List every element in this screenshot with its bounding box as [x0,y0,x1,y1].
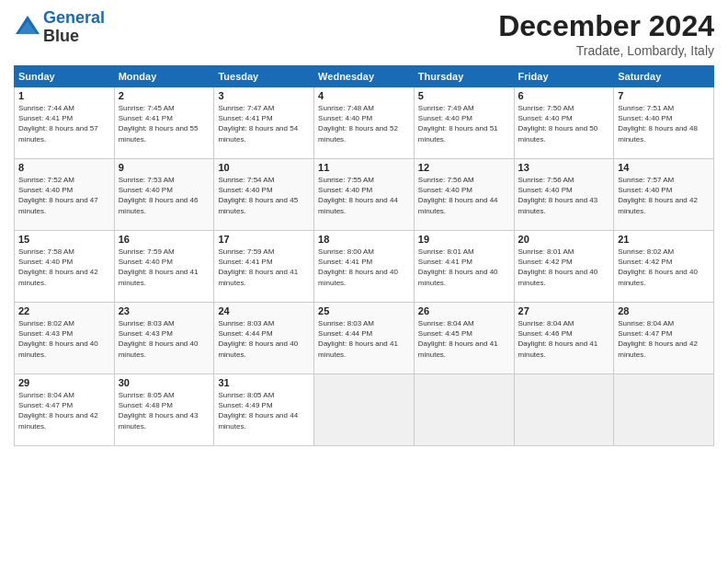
calendar-week-5: 29Sunrise: 8:04 AMSunset: 4:47 PMDayligh… [15,374,714,446]
title-block: December 2024 Tradate, Lombardy, Italy [498,9,714,58]
cell-info: Sunrise: 7:57 AMSunset: 4:40 PMDaylight:… [618,175,710,216]
cell-info: Sunrise: 7:56 AMSunset: 4:40 PMDaylight:… [418,175,510,216]
calendar-week-4: 22Sunrise: 8:02 AMSunset: 4:43 PMDayligh… [15,303,714,374]
cell-info: Sunrise: 8:03 AMSunset: 4:44 PMDaylight:… [218,318,310,360]
day-number: 1 [18,90,110,101]
day-number: 15 [18,234,110,245]
calendar-cell: 10Sunrise: 7:54 AMSunset: 4:40 PMDayligh… [214,159,314,231]
calendar-cell: 11Sunrise: 7:55 AMSunset: 4:40 PMDayligh… [314,159,415,231]
cell-info: Sunrise: 7:58 AMSunset: 4:40 PMDaylight:… [18,247,110,288]
calendar-week-2: 8Sunrise: 7:52 AMSunset: 4:40 PMDaylight… [15,159,714,231]
day-number: 19 [418,234,510,245]
day-number: 7 [618,90,710,101]
calendar-table: SundayMondayTuesdayWednesdayThursdayFrid… [14,65,714,446]
cell-info: Sunrise: 8:05 AMSunset: 4:48 PMDaylight:… [119,390,210,431]
calendar-cell: 12Sunrise: 7:56 AMSunset: 4:40 PMDayligh… [414,159,514,231]
col-header-saturday: Saturday [614,66,714,87]
day-number: 18 [318,234,410,245]
day-number: 11 [318,162,410,173]
calendar-cell: 18Sunrise: 8:00 AMSunset: 4:41 PMDayligh… [314,231,415,303]
calendar-cell [414,374,514,446]
day-number: 3 [218,90,310,101]
col-header-monday: Monday [114,66,214,87]
calendar-cell [614,374,714,446]
location-title: Tradate, Lombardy, Italy [498,43,714,58]
day-number: 6 [518,90,610,101]
calendar-cell: 31Sunrise: 8:05 AMSunset: 4:49 PMDayligh… [214,374,314,446]
cell-info: Sunrise: 7:48 AMSunset: 4:40 PMDaylight:… [318,103,410,144]
col-header-thursday: Thursday [414,66,514,87]
cell-info: Sunrise: 7:59 AMSunset: 4:40 PMDaylight:… [119,247,210,288]
cell-info: Sunrise: 7:45 AMSunset: 4:41 PMDaylight:… [119,103,210,144]
calendar-cell: 19Sunrise: 8:01 AMSunset: 4:41 PMDayligh… [414,231,514,303]
cell-info: Sunrise: 7:49 AMSunset: 4:40 PMDaylight:… [418,103,510,144]
cell-info: Sunrise: 7:55 AMSunset: 4:40 PMDaylight:… [318,175,410,216]
cell-info: Sunrise: 7:54 AMSunset: 4:40 PMDaylight:… [218,175,310,216]
calendar-cell: 8Sunrise: 7:52 AMSunset: 4:40 PMDaylight… [15,159,115,231]
day-number: 30 [119,377,210,388]
calendar-cell: 21Sunrise: 8:02 AMSunset: 4:42 PMDayligh… [614,231,714,303]
calendar-cell: 24Sunrise: 8:03 AMSunset: 4:44 PMDayligh… [214,303,314,374]
calendar-cell: 28Sunrise: 8:04 AMSunset: 4:47 PMDayligh… [614,303,714,374]
day-number: 21 [618,234,710,245]
calendar-week-1: 1Sunrise: 7:44 AMSunset: 4:41 PMDaylight… [15,87,714,159]
calendar-cell: 27Sunrise: 8:04 AMSunset: 4:46 PMDayligh… [514,303,614,374]
cell-info: Sunrise: 8:04 AMSunset: 4:46 PMDaylight:… [518,318,610,360]
calendar-cell: 14Sunrise: 7:57 AMSunset: 4:40 PMDayligh… [614,159,714,231]
day-number: 20 [518,234,610,245]
col-header-tuesday: Tuesday [214,66,314,87]
calendar-cell: 4Sunrise: 7:48 AMSunset: 4:40 PMDaylight… [314,87,415,159]
cell-info: Sunrise: 7:47 AMSunset: 4:41 PMDaylight:… [218,103,310,144]
day-number: 9 [119,162,210,173]
cell-info: Sunrise: 8:02 AMSunset: 4:42 PMDaylight:… [618,247,710,288]
day-number: 16 [119,234,210,245]
calendar-cell: 6Sunrise: 7:50 AMSunset: 4:40 PMDaylight… [514,87,614,159]
calendar-cell: 23Sunrise: 8:03 AMSunset: 4:43 PMDayligh… [114,303,214,374]
logo-text: General Blue [43,9,105,46]
header-row: SundayMondayTuesdayWednesdayThursdayFrid… [15,66,714,87]
cell-info: Sunrise: 8:01 AMSunset: 4:41 PMDaylight:… [418,247,510,288]
day-number: 17 [218,234,310,245]
calendar-cell: 15Sunrise: 7:58 AMSunset: 4:40 PMDayligh… [15,231,115,303]
calendar-cell: 1Sunrise: 7:44 AMSunset: 4:41 PMDaylight… [15,87,115,159]
calendar-cell: 30Sunrise: 8:05 AMSunset: 4:48 PMDayligh… [114,374,214,446]
day-number: 31 [218,377,310,388]
month-title: December 2024 [498,9,714,43]
calendar-cell [314,374,415,446]
day-number: 14 [618,162,710,173]
cell-info: Sunrise: 8:00 AMSunset: 4:41 PMDaylight:… [318,247,410,288]
calendar-cell: 7Sunrise: 7:51 AMSunset: 4:40 PMDaylight… [614,87,714,159]
cell-info: Sunrise: 8:03 AMSunset: 4:44 PMDaylight:… [318,318,410,360]
page-container: General Blue December 2024 Tradate, Lomb… [0,0,728,455]
calendar-cell: 22Sunrise: 8:02 AMSunset: 4:43 PMDayligh… [15,303,115,374]
calendar-cell: 3Sunrise: 7:47 AMSunset: 4:41 PMDaylight… [214,87,314,159]
calendar-cell: 2Sunrise: 7:45 AMSunset: 4:41 PMDaylight… [114,87,214,159]
day-number: 27 [518,305,610,316]
calendar-week-3: 15Sunrise: 7:58 AMSunset: 4:40 PMDayligh… [15,231,714,303]
day-number: 22 [18,305,110,316]
day-number: 2 [119,90,210,101]
logo-icon [14,14,41,41]
cell-info: Sunrise: 8:02 AMSunset: 4:43 PMDaylight:… [18,318,110,360]
calendar-cell: 16Sunrise: 7:59 AMSunset: 4:40 PMDayligh… [114,231,214,303]
day-number: 26 [418,305,510,316]
day-number: 24 [218,305,310,316]
cell-info: Sunrise: 8:04 AMSunset: 4:47 PMDaylight:… [18,390,110,431]
cell-info: Sunrise: 8:04 AMSunset: 4:47 PMDaylight:… [618,318,710,360]
day-number: 23 [119,305,210,316]
cell-info: Sunrise: 8:03 AMSunset: 4:43 PMDaylight:… [119,318,210,360]
logo-line2: Blue [43,28,105,46]
day-number: 5 [418,90,510,101]
logo-line1: General [43,8,105,27]
calendar-cell [514,374,614,446]
page-header: General Blue December 2024 Tradate, Lomb… [14,9,714,58]
col-header-friday: Friday [514,66,614,87]
cell-info: Sunrise: 7:52 AMSunset: 4:40 PMDaylight:… [18,175,110,216]
day-number: 10 [218,162,310,173]
cell-info: Sunrise: 8:05 AMSunset: 4:49 PMDaylight:… [218,390,310,431]
calendar-cell: 13Sunrise: 7:56 AMSunset: 4:40 PMDayligh… [514,159,614,231]
cell-info: Sunrise: 7:44 AMSunset: 4:41 PMDaylight:… [18,103,110,144]
col-header-wednesday: Wednesday [314,66,415,87]
cell-info: Sunrise: 7:53 AMSunset: 4:40 PMDaylight:… [119,175,210,216]
cell-info: Sunrise: 8:04 AMSunset: 4:45 PMDaylight:… [418,318,510,360]
